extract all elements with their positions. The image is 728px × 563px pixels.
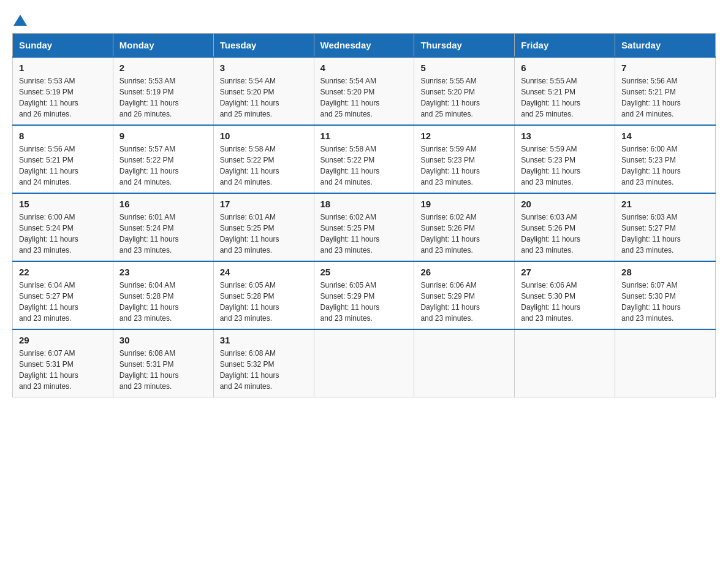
calendar-week-row: 22Sunrise: 6:04 AMSunset: 5:27 PMDayligh…	[13, 261, 716, 329]
day-info: Sunrise: 5:58 AMSunset: 5:22 PMDaylight:…	[320, 144, 408, 188]
day-info: Sunrise: 6:04 AMSunset: 5:28 PMDaylight:…	[119, 280, 207, 324]
calendar-cell: 16Sunrise: 6:01 AMSunset: 5:24 PMDayligh…	[113, 193, 213, 261]
day-number: 16	[119, 199, 207, 209]
calendar-cell	[515, 329, 615, 397]
calendar-cell: 12Sunrise: 5:59 AMSunset: 5:23 PMDayligh…	[414, 125, 515, 193]
calendar-cell: 27Sunrise: 6:06 AMSunset: 5:30 PMDayligh…	[515, 261, 615, 329]
day-number: 18	[320, 199, 408, 209]
day-info: Sunrise: 5:54 AMSunset: 5:20 PMDaylight:…	[320, 75, 408, 120]
calendar-cell: 23Sunrise: 6:04 AMSunset: 5:28 PMDayligh…	[113, 261, 213, 329]
logo	[12, 12, 27, 27]
calendar-week-row: 15Sunrise: 6:00 AMSunset: 5:24 PMDayligh…	[13, 193, 716, 261]
day-number: 12	[420, 131, 508, 141]
calendar-cell: 17Sunrise: 6:01 AMSunset: 5:25 PMDayligh…	[213, 193, 314, 261]
day-number: 9	[119, 131, 207, 141]
day-info: Sunrise: 6:02 AMSunset: 5:26 PMDaylight:…	[420, 212, 508, 256]
day-number: 10	[220, 131, 308, 141]
header-friday: Friday	[515, 34, 615, 58]
day-info: Sunrise: 6:02 AMSunset: 5:25 PMDaylight:…	[320, 212, 408, 256]
day-info: Sunrise: 6:08 AMSunset: 5:31 PMDaylight:…	[119, 348, 207, 392]
calendar-cell: 8Sunrise: 5:56 AMSunset: 5:21 PMDaylight…	[13, 125, 113, 193]
day-number: 30	[119, 335, 207, 345]
day-number: 13	[521, 131, 609, 141]
calendar-cell: 20Sunrise: 6:03 AMSunset: 5:26 PMDayligh…	[515, 193, 615, 261]
svg-marker-0	[13, 15, 27, 26]
day-info: Sunrise: 6:05 AMSunset: 5:28 PMDaylight:…	[220, 280, 308, 324]
calendar-cell: 1Sunrise: 5:53 AMSunset: 5:19 PMDaylight…	[13, 57, 113, 125]
day-number: 25	[320, 267, 408, 277]
day-number: 8	[19, 131, 107, 141]
day-info: Sunrise: 6:01 AMSunset: 5:24 PMDaylight:…	[119, 212, 207, 256]
day-info: Sunrise: 6:06 AMSunset: 5:30 PMDaylight:…	[521, 280, 609, 324]
calendar-cell: 4Sunrise: 5:54 AMSunset: 5:20 PMDaylight…	[314, 57, 414, 125]
calendar-cell: 25Sunrise: 6:05 AMSunset: 5:29 PMDayligh…	[314, 261, 414, 329]
calendar-cell: 31Sunrise: 6:08 AMSunset: 5:32 PMDayligh…	[213, 329, 314, 397]
header-saturday: Saturday	[615, 34, 716, 58]
day-info: Sunrise: 6:00 AMSunset: 5:24 PMDaylight:…	[19, 212, 107, 256]
logo-triangle-icon	[13, 13, 27, 27]
calendar-cell: 2Sunrise: 5:53 AMSunset: 5:19 PMDaylight…	[113, 57, 213, 125]
day-info: Sunrise: 6:07 AMSunset: 5:31 PMDaylight:…	[19, 348, 107, 392]
day-number: 6	[521, 63, 609, 73]
day-info: Sunrise: 5:53 AMSunset: 5:19 PMDaylight:…	[19, 75, 107, 120]
calendar-cell: 30Sunrise: 6:08 AMSunset: 5:31 PMDayligh…	[113, 329, 213, 397]
calendar-cell: 22Sunrise: 6:04 AMSunset: 5:27 PMDayligh…	[13, 261, 113, 329]
day-info: Sunrise: 6:07 AMSunset: 5:30 PMDaylight:…	[621, 280, 709, 324]
calendar-table: SundayMondayTuesdayWednesdayThursdayFrid…	[12, 33, 716, 397]
day-number: 17	[220, 199, 308, 209]
calendar-cell: 13Sunrise: 5:59 AMSunset: 5:23 PMDayligh…	[515, 125, 615, 193]
day-number: 20	[521, 199, 609, 209]
calendar-cell: 15Sunrise: 6:00 AMSunset: 5:24 PMDayligh…	[13, 193, 113, 261]
day-number: 19	[420, 199, 508, 209]
day-info: Sunrise: 6:03 AMSunset: 5:26 PMDaylight:…	[521, 212, 609, 256]
header-sunday: Sunday	[13, 34, 113, 58]
calendar-cell	[414, 329, 515, 397]
calendar-cell: 26Sunrise: 6:06 AMSunset: 5:29 PMDayligh…	[414, 261, 515, 329]
day-number: 27	[521, 267, 609, 277]
day-info: Sunrise: 6:03 AMSunset: 5:27 PMDaylight:…	[621, 212, 709, 256]
calendar-cell	[314, 329, 414, 397]
day-number: 15	[19, 199, 107, 209]
day-number: 7	[621, 63, 709, 73]
day-number: 31	[220, 335, 308, 345]
day-info: Sunrise: 5:59 AMSunset: 5:23 PMDaylight:…	[521, 144, 609, 188]
day-number: 5	[420, 63, 508, 73]
calendar-week-row: 8Sunrise: 5:56 AMSunset: 5:21 PMDaylight…	[13, 125, 716, 193]
day-info: Sunrise: 6:06 AMSunset: 5:29 PMDaylight:…	[420, 280, 508, 324]
calendar-cell: 29Sunrise: 6:07 AMSunset: 5:31 PMDayligh…	[13, 329, 113, 397]
day-number: 24	[220, 267, 308, 277]
calendar-cell: 10Sunrise: 5:58 AMSunset: 5:22 PMDayligh…	[213, 125, 314, 193]
calendar-cell: 3Sunrise: 5:54 AMSunset: 5:20 PMDaylight…	[213, 57, 314, 125]
day-number: 29	[19, 335, 107, 345]
day-info: Sunrise: 5:55 AMSunset: 5:21 PMDaylight:…	[521, 75, 609, 120]
day-info: Sunrise: 5:58 AMSunset: 5:22 PMDaylight:…	[220, 144, 308, 188]
day-number: 14	[621, 131, 709, 141]
calendar-header-row: SundayMondayTuesdayWednesdayThursdayFrid…	[13, 34, 716, 58]
calendar-cell: 18Sunrise: 6:02 AMSunset: 5:25 PMDayligh…	[314, 193, 414, 261]
calendar-cell: 19Sunrise: 6:02 AMSunset: 5:26 PMDayligh…	[414, 193, 515, 261]
day-info: Sunrise: 5:56 AMSunset: 5:21 PMDaylight:…	[621, 75, 709, 120]
day-info: Sunrise: 5:57 AMSunset: 5:22 PMDaylight:…	[119, 144, 207, 188]
header-wednesday: Wednesday	[314, 34, 414, 58]
day-number: 1	[19, 63, 107, 73]
day-number: 21	[621, 199, 709, 209]
day-info: Sunrise: 5:59 AMSunset: 5:23 PMDaylight:…	[420, 144, 508, 188]
day-number: 3	[220, 63, 308, 73]
day-number: 22	[19, 267, 107, 277]
day-number: 26	[420, 267, 508, 277]
day-info: Sunrise: 6:05 AMSunset: 5:29 PMDaylight:…	[320, 280, 408, 324]
day-info: Sunrise: 5:56 AMSunset: 5:21 PMDaylight:…	[19, 144, 107, 188]
day-info: Sunrise: 6:00 AMSunset: 5:23 PMDaylight:…	[621, 144, 709, 188]
day-number: 2	[119, 63, 207, 73]
calendar-cell: 21Sunrise: 6:03 AMSunset: 5:27 PMDayligh…	[615, 193, 716, 261]
day-info: Sunrise: 6:08 AMSunset: 5:32 PMDaylight:…	[220, 348, 308, 392]
calendar-cell	[615, 329, 716, 397]
page-header	[12, 12, 716, 27]
header-thursday: Thursday	[414, 34, 515, 58]
calendar-cell: 24Sunrise: 6:05 AMSunset: 5:28 PMDayligh…	[213, 261, 314, 329]
day-info: Sunrise: 6:01 AMSunset: 5:25 PMDaylight:…	[220, 212, 308, 256]
header-tuesday: Tuesday	[213, 34, 314, 58]
day-info: Sunrise: 5:54 AMSunset: 5:20 PMDaylight:…	[220, 75, 308, 120]
calendar-cell: 28Sunrise: 6:07 AMSunset: 5:30 PMDayligh…	[615, 261, 716, 329]
calendar-week-row: 1Sunrise: 5:53 AMSunset: 5:19 PMDaylight…	[13, 57, 716, 125]
